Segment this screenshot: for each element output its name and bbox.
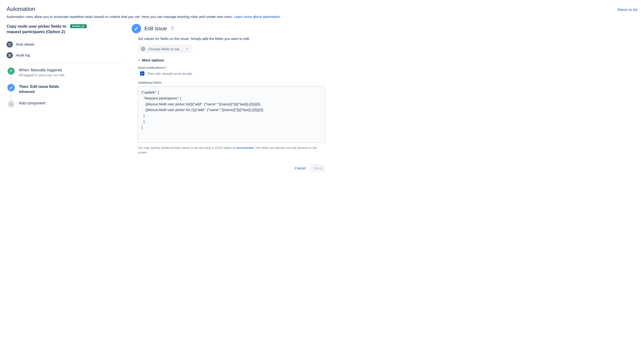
- step-subtitle: Advanced: [19, 90, 59, 94]
- more-options-toggle[interactable]: More options: [138, 58, 325, 62]
- chevron-down-icon: [186, 48, 189, 50]
- learn-more-link[interactable]: Learn more about automation: [234, 15, 280, 19]
- return-to-list-link[interactable]: Return to list: [618, 8, 638, 12]
- intro-text: Automation rules allow you to automate r…: [6, 15, 638, 19]
- more-options-label: More options: [142, 58, 164, 62]
- nav-label: Rule details: [16, 42, 34, 46]
- list-icon: [6, 52, 13, 58]
- pencil-icon: [8, 84, 15, 91]
- status-badge: ENABLED: [70, 24, 86, 28]
- edit-issue-panel: Edit issue Set values for fields on the …: [132, 24, 325, 172]
- pencil-icon: [132, 24, 141, 33]
- check-icon: [141, 72, 144, 75]
- nav-rule-details[interactable]: Rule details: [6, 39, 122, 50]
- plus-icon: [8, 101, 15, 108]
- svg-point-2: [10, 44, 10, 44]
- page-title: Automation: [6, 6, 35, 12]
- nav-audit-log[interactable]: Audit log: [6, 50, 122, 61]
- step-trigger[interactable]: When: Manually triggered All logged in u…: [8, 68, 122, 84]
- notifications-label: Send notifications?: [138, 66, 325, 69]
- step-title: Add component: [19, 101, 45, 105]
- trigger-icon: [8, 68, 15, 75]
- info-icon: [6, 41, 13, 48]
- gear-icon: [141, 47, 145, 51]
- choose-fields-label: Choose fields to set...: [148, 47, 182, 51]
- panel-description: Set values for fields on the issue. Simp…: [138, 37, 325, 41]
- step-action[interactable]: Then: Edit issue fields Advanced: [8, 84, 122, 101]
- notifications-check-label: This rule should send emails: [147, 72, 192, 76]
- nav-label: Audit log: [16, 53, 30, 57]
- additional-fields-textarea[interactable]: [138, 86, 325, 143]
- help-pre: You may specify additional field values …: [138, 146, 236, 149]
- cancel-button[interactable]: Cancel: [291, 164, 309, 172]
- divider: [6, 63, 122, 63]
- save-button[interactable]: Save: [310, 164, 325, 172]
- rule-name: Copy multi user picker fields to request…: [6, 24, 68, 35]
- step-subtitle: All logged in users can run rule.: [19, 73, 65, 77]
- svg-point-9: [143, 48, 144, 50]
- chevron-down-icon: [138, 59, 140, 62]
- additional-fields-label: Additional fields: [138, 81, 325, 84]
- notifications-checkbox[interactable]: [140, 71, 144, 76]
- step-add-component[interactable]: Add component: [8, 101, 122, 115]
- rule-sidebar: Copy multi user picker fields to request…: [6, 24, 122, 172]
- intro-copy: Automation rules allow you to automate r…: [6, 15, 234, 19]
- step-title: Then: Edit issue fields: [19, 85, 59, 89]
- choose-fields-button[interactable]: Choose fields to set...: [138, 45, 192, 53]
- documented-link[interactable]: documented: [236, 146, 254, 149]
- panel-title: Edit issue: [144, 26, 167, 32]
- trash-icon[interactable]: [170, 27, 174, 31]
- additional-fields-help: You may specify additional field values …: [138, 145, 325, 155]
- step-title: When: Manually triggered: [19, 68, 65, 72]
